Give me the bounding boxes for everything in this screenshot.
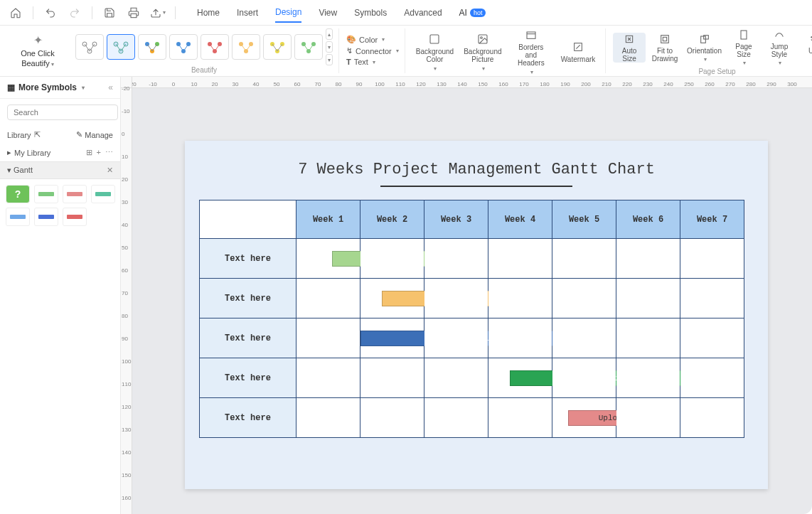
home-icon[interactable]: [6, 3, 26, 23]
menu-design[interactable]: Design: [275, 3, 301, 23]
shape-bar-4[interactable]: [6, 208, 30, 226]
row-label[interactable]: Text here: [200, 358, 297, 398]
svg-line-29: [241, 44, 246, 51]
shape-bar-6[interactable]: [63, 208, 87, 226]
page[interactable]: 7 Weeks Project Management Gantt Chart W…: [185, 141, 768, 489]
svg-line-9: [116, 44, 121, 51]
row-label[interactable]: Text here: [200, 239, 297, 279]
undo-icon[interactable]: [41, 3, 60, 23]
text-icon: T: [346, 58, 351, 66]
template-8[interactable]: [294, 34, 323, 60]
fit-button[interactable]: Fit to Drawing: [648, 33, 681, 63]
menu-view[interactable]: View: [319, 4, 337, 22]
ruler-horizontal: -20-100102030405060708090100110120130140…: [132, 77, 812, 88]
shape-bar-5[interactable]: [34, 208, 58, 226]
collapse-icon[interactable]: «: [108, 82, 113, 92]
connector-icon: ↯: [346, 46, 353, 55]
menu-advanced[interactable]: Advanced: [404, 4, 442, 22]
ribbon: ✦ One Click Beautify ▴ ▾ ▾ Beautify: [0, 26, 812, 77]
menu-symbols[interactable]: Symbols: [354, 4, 387, 22]
borders-button[interactable]: Borders and Headers: [508, 28, 554, 75]
template-1[interactable]: [75, 34, 104, 60]
text-dropdown[interactable]: TText: [346, 58, 399, 66]
new-library-icon[interactable]: ⊞: [86, 148, 92, 157]
ai-label: AI: [459, 8, 467, 18]
my-library-toggle[interactable]: ▸My Library: [7, 148, 50, 157]
col-week-4[interactable]: Week 4: [488, 200, 552, 239]
menu-home[interactable]: Home: [197, 4, 220, 22]
shape-bar-1[interactable]: [34, 185, 58, 203]
orientation-button[interactable]: Orientation: [684, 33, 725, 63]
edit-icon: ✎: [76, 130, 82, 139]
redo-icon[interactable]: [65, 3, 85, 23]
sparkle-icon: ✦: [33, 33, 43, 47]
hot-badge: hot: [470, 9, 486, 17]
close-icon[interactable]: ✕: [107, 166, 113, 175]
menu-ai[interactable]: AI hot: [459, 8, 486, 18]
search-input[interactable]: [7, 105, 118, 120]
jump-style-button[interactable]: Jump Style: [763, 28, 796, 66]
bg-picture-button[interactable]: Background Picture: [460, 33, 505, 72]
template-4[interactable]: [169, 34, 198, 60]
template-3[interactable]: [138, 34, 166, 60]
watermark-icon: [572, 41, 584, 53]
bg-color-button[interactable]: Background Color: [412, 33, 457, 72]
template-more-button[interactable]: ▾: [326, 54, 333, 65]
shape-bar-2[interactable]: [63, 185, 87, 203]
shape-bar-3[interactable]: [91, 185, 115, 203]
col-week-3[interactable]: Week 3: [424, 200, 488, 239]
col-week-7[interactable]: Week 7: [680, 200, 744, 239]
row-label[interactable]: Text here: [200, 279, 297, 318]
fit-icon: [658, 33, 671, 45]
canvas[interactable]: -20-100102030405060708090100110120130140…: [121, 77, 812, 514]
col-week-6[interactable]: Week 6: [616, 200, 680, 239]
page-size-button[interactable]: Page Size: [727, 28, 760, 66]
shape-help[interactable]: ?: [6, 185, 30, 203]
more-symbols-button[interactable]: ▦ More Symbols: [7, 82, 85, 92]
gantt-table[interactable]: Week 1 Week 2 Week 3 Week 4 Week 5 Week …: [199, 200, 744, 438]
color-dropdown[interactable]: 🎨Color: [346, 35, 399, 44]
one-click-beautify-button[interactable]: ✦ One Click Beautify: [13, 33, 63, 68]
template-6[interactable]: [232, 34, 260, 60]
left-panel: ▦ More Symbols « Search Library ⇱ ✎Manag…: [0, 77, 121, 514]
header-blank[interactable]: [200, 200, 297, 239]
gantt-section-toggle[interactable]: ▾ Gantt: [7, 166, 33, 175]
table-row: Text here Design: [200, 279, 744, 318]
col-week-5[interactable]: Week 5: [552, 200, 616, 239]
export-icon[interactable]: [148, 3, 168, 23]
shapes-grid: ?: [0, 179, 120, 232]
save-icon[interactable]: [100, 3, 119, 23]
template-5[interactable]: [201, 34, 229, 60]
auto-size-button[interactable]: Auto Size: [613, 33, 646, 63]
template-prev-button[interactable]: ▴: [326, 28, 333, 40]
table-row: Text here Layout: [200, 318, 744, 358]
print-icon[interactable]: [124, 3, 144, 23]
unit-button[interactable]: Unit: [798, 33, 812, 63]
chart-title[interactable]: 7 Weeks Project Management Gantt Chart: [185, 141, 768, 186]
svg-line-19: [178, 44, 183, 51]
pin-icon: ⇱: [34, 130, 41, 139]
bg-color-icon: [428, 33, 441, 45]
svg-rect-0: [131, 14, 137, 17]
ruler-vertical: -20-100102030405060708090100110120130140…: [121, 88, 132, 514]
watermark-button[interactable]: Watermark: [557, 41, 599, 63]
library-toggle[interactable]: Library ⇱: [7, 130, 41, 139]
col-week-2[interactable]: Week 2: [360, 200, 424, 239]
row-label[interactable]: Text here: [200, 398, 297, 438]
template-7[interactable]: [263, 34, 292, 60]
main-area: ▦ More Symbols « Search Library ⇱ ✎Manag…: [0, 77, 812, 514]
svg-rect-44: [527, 32, 535, 38]
connector-dropdown[interactable]: ↯Connector: [346, 46, 399, 55]
row-label[interactable]: Text here: [200, 318, 297, 358]
template-next-button[interactable]: ▾: [326, 41, 333, 53]
col-week-1[interactable]: Week 1: [297, 200, 360, 239]
svg-rect-52: [741, 31, 747, 39]
add-icon[interactable]: +: [97, 148, 101, 157]
manage-button[interactable]: ✎Manage: [76, 130, 113, 139]
page-size-icon: [737, 28, 750, 41]
more-icon[interactable]: ⋯: [105, 148, 113, 157]
menu-insert[interactable]: Insert: [237, 4, 258, 22]
svg-line-25: [215, 44, 220, 51]
chevron-right-icon: ▸: [7, 148, 11, 157]
template-2[interactable]: [107, 34, 135, 60]
